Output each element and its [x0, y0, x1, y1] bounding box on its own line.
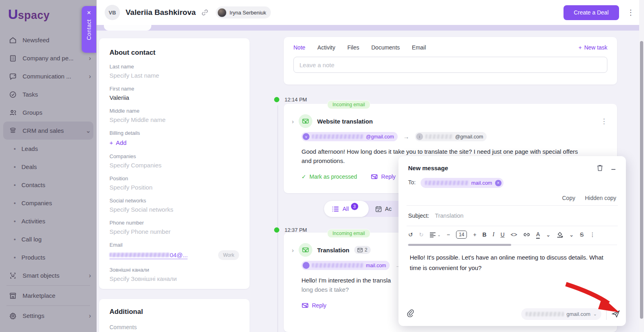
sidebar-item-communication[interactable]: Communication ... › [0, 67, 97, 85]
font-smaller-icon[interactable]: − [447, 231, 450, 238]
email-subject: Translation [317, 247, 349, 254]
redacted-email [425, 181, 469, 185]
font-size-value[interactable]: 14 [456, 231, 467, 239]
create-deal-button[interactable]: Create a Deal [564, 5, 619, 20]
companies-value[interactable]: Specify Companies [109, 162, 239, 169]
code-icon[interactable]: <> [511, 231, 517, 238]
sidebar-item-products[interactable]: •Products [0, 248, 97, 266]
reply-button[interactable]: Reply [301, 302, 326, 309]
last-name-value[interactable]: Specify Last name [109, 72, 239, 79]
position-value[interactable]: Specify Position [109, 184, 239, 191]
toolbar-scrollbar[interactable] [407, 244, 617, 246]
copy-link[interactable]: Copy [562, 195, 575, 201]
to-recipient-chip[interactable]: mail.com × [421, 178, 504, 188]
tab-files[interactable]: Files [347, 44, 359, 51]
from-account-dropdown[interactable]: gmail.com ⌄ [521, 308, 601, 320]
tab-activity[interactable]: Activity [318, 44, 335, 51]
tab-strip [97, 25, 644, 31]
sidebar-item-activities[interactable]: •Activities [0, 212, 97, 230]
mark-processed-button[interactable]: ✓ Mark as processed [301, 173, 357, 180]
add-billing-button[interactable]: + Add [109, 139, 126, 146]
strikethrough-icon[interactable]: S [580, 231, 584, 238]
scrollbar-thumb[interactable] [640, 41, 643, 319]
sidebar-item-tasks[interactable]: Tasks [0, 85, 97, 103]
chevron-down-icon[interactable]: ⌄ [546, 231, 551, 238]
sidebar-item-leads[interactable]: •Leads [0, 140, 97, 158]
subject-row[interactable]: Subject: Translation [408, 206, 616, 226]
external-channels-value[interactable]: Specify Зовнішні канали [109, 275, 239, 282]
field-position: Position Specify Position [109, 175, 239, 191]
additional-title: Additional [109, 308, 239, 316]
first-name-value[interactable]: Valeriia [109, 94, 239, 101]
minimize-icon[interactable] [611, 165, 616, 171]
page-title: Valeriia Bashkirova [126, 8, 196, 17]
underline-icon[interactable]: U [500, 231, 504, 238]
sidebar-item-companies[interactable]: •Companies [0, 194, 97, 212]
close-icon[interactable]: × [87, 9, 91, 16]
sender-avatar [303, 262, 310, 269]
font-larger-icon[interactable]: + [473, 231, 476, 238]
field-phone: Phone number Specify Phone number [109, 220, 239, 235]
chevron-down-icon[interactable]: ⌄ [569, 231, 574, 238]
tab-note[interactable]: Note [293, 44, 305, 51]
reply-envelope-icon [301, 302, 309, 309]
redo-icon[interactable]: ↻ [419, 231, 424, 238]
responsible-person-chip[interactable]: Iryna Serbeniuk [216, 6, 271, 19]
sidebar-item-deals[interactable]: •Deals [0, 158, 97, 176]
text-color-icon[interactable]: A [536, 231, 540, 239]
tab-email[interactable]: Email [412, 44, 426, 51]
chevron-right-icon: › [89, 55, 91, 62]
sidebar-item-crm[interactable]: CRM and sales ⌄ [3, 122, 93, 140]
reply-button[interactable]: Reply [371, 173, 396, 180]
link-icon[interactable] [201, 9, 208, 16]
undo-icon[interactable]: ↺ [408, 231, 413, 238]
contact-email-link[interactable]: 04@... [109, 252, 188, 259]
align-icon[interactable]: ⌄ [429, 232, 440, 237]
toolbar-more-icon[interactable]: ⋮ [590, 231, 595, 238]
phone-value[interactable]: Specify Phone number [109, 228, 239, 235]
sender-email-chip[interactable]: v @gmail.com [301, 132, 398, 141]
contact-panel: VB Valeriia Bashkirova Iryna Serbeniuk C… [97, 0, 644, 332]
sidebar-item-company[interactable]: Company and pe... › [0, 49, 97, 67]
middle-name-value[interactable]: Specify Middle name [109, 116, 239, 123]
chevron-right-icon: › [89, 312, 91, 320]
italic-icon[interactable]: I [493, 231, 495, 238]
attachment-icon[interactable] [407, 309, 414, 319]
link-icon[interactable] [523, 232, 530, 237]
more-options-icon[interactable]: ⋮ [625, 6, 636, 19]
chevron-down-icon: ⌄ [86, 127, 91, 134]
bold-icon[interactable]: B [483, 231, 487, 238]
send-icon [611, 309, 620, 318]
sender-email-chip[interactable]: mail.com [301, 261, 390, 270]
more-options-icon[interactable]: ⋮ [601, 117, 607, 126]
sidebar-item-smart-objects[interactable]: Smart objects › [0, 266, 97, 285]
filter-activity-chip[interactable]: Ac [369, 206, 392, 212]
send-button[interactable] [611, 309, 620, 318]
sidebar-item-marketplace[interactable]: Marketplace [0, 287, 97, 305]
storefront-icon [9, 292, 17, 300]
sidebar-item-settings[interactable]: Settings › [0, 307, 97, 325]
hidden-copy-link[interactable]: Hidden copy [585, 195, 616, 201]
chevron-right-icon: › [89, 73, 91, 80]
highlight-icon[interactable] [557, 232, 563, 238]
field-middle-name: Middle name Specify Middle name [109, 108, 239, 123]
page-scrollbar[interactable] [639, 0, 644, 332]
sidebar-item-contacts[interactable]: •Contacts [0, 176, 97, 194]
filter-all-chip[interactable]: All 3 [324, 201, 369, 217]
chat-icon [9, 72, 17, 80]
social-networks-value[interactable]: Specify Social networks [109, 206, 239, 213]
sidebar-item-groups[interactable]: Groups [0, 103, 97, 122]
recipient-email-chip[interactable]: i @gmail.com [415, 132, 487, 141]
remove-recipient-icon[interactable]: × [495, 180, 502, 186]
expand-chevron-icon[interactable]: › [292, 247, 294, 254]
field-last-name: Last name Specify Last name [109, 64, 239, 79]
sidebar-item-call-log[interactable]: •Call log [0, 230, 97, 248]
new-task-button[interactable]: + New task [578, 44, 607, 51]
message-body[interactable]: Hello! It's possible. Let's have an onli… [408, 246, 616, 274]
note-input[interactable] [293, 57, 607, 73]
expand-chevron-icon[interactable]: › [292, 118, 294, 125]
note-card: Note Activity Files Documents Email + Ne… [284, 37, 617, 85]
tab-documents[interactable]: Documents [371, 44, 400, 51]
trash-icon[interactable] [597, 164, 603, 171]
contact-slideover-tab[interactable]: × Contact [82, 6, 96, 53]
